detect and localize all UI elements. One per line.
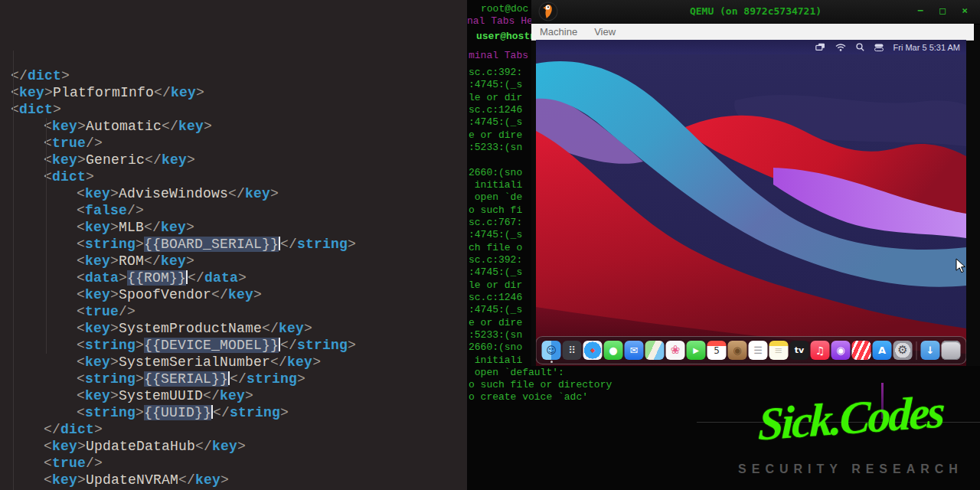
terminal-line: nal Tabs He xyxy=(467,15,533,27)
code-line: <true/> xyxy=(0,455,467,472)
terminal-line: o create voice `adc' xyxy=(469,391,588,403)
music-icon: ♫ xyxy=(815,345,825,356)
code-line: <key>PlatformInfo</key> xyxy=(0,84,467,101)
terminal-line: :4745:(_s xyxy=(469,116,522,128)
terminal-line: sc.c:392: xyxy=(469,67,522,78)
dock-icon-trash[interactable] xyxy=(942,341,961,360)
dock-icon-sysprefs[interactable]: ⚙ xyxy=(893,341,913,360)
terminal-line: o such file or directory xyxy=(469,379,612,390)
code-line: <key>Generic</key> xyxy=(0,152,467,168)
code-line: <key>Automatic</key> xyxy=(0,118,467,135)
terminal-line: initiali xyxy=(469,179,522,191)
code-line: <false/> xyxy=(0,202,467,219)
indent-guide xyxy=(13,51,14,490)
terminal-line: :5233:(sn xyxy=(469,142,522,153)
dock-icon-appstore[interactable]: A xyxy=(873,341,892,360)
terminal-line: sc.c:1246 xyxy=(469,104,522,116)
mail-icon: ✉ xyxy=(630,345,639,355)
qemu-window-title: QEMU (on 8972c5734721) xyxy=(531,5,980,17)
terminal-line: e or dire xyxy=(469,129,522,141)
dock-icon-appletv[interactable]: tv xyxy=(790,341,809,360)
terminal-line: root@doc xyxy=(481,3,528,15)
search-icon[interactable] xyxy=(856,43,864,51)
dock-icon-facetime[interactable]: ▶ xyxy=(687,341,706,360)
maximize-button[interactable]: □ xyxy=(939,5,946,16)
code-line: <data>{{ROM}}</data> xyxy=(0,270,467,286)
screenshot-stage: </dict><key>PlatformInfo</key><dict><key… xyxy=(0,0,980,490)
dock-icon-news[interactable] xyxy=(852,341,871,360)
indent-guide xyxy=(46,118,47,354)
dock-icon-contacts[interactable]: ◉ xyxy=(728,341,747,360)
code-line: <key>SpoofVendor</key> xyxy=(0,286,467,303)
launchpad-icon: ⠿ xyxy=(568,345,576,355)
notes-icon: ≡ xyxy=(775,345,783,355)
code-line: <dict> xyxy=(0,168,467,185)
qemu-titlebar[interactable]: QEMU (on 8972c5734721) −□× xyxy=(531,0,980,24)
menu-machine[interactable]: Machine xyxy=(531,26,586,38)
plist-editor[interactable]: </dict><key>PlatformInfo</key><dict><key… xyxy=(0,0,467,490)
terminal-line: user@hostn xyxy=(476,31,536,42)
sickcodes-subtitle: SECURITY RESEARCH xyxy=(726,462,975,476)
facetime-icon: ▶ xyxy=(693,347,699,354)
code-line: <string>{{BOARD_SERIAL}}</string> xyxy=(0,236,467,253)
terminal-line: open `default': xyxy=(469,367,564,378)
terminal-line: sc.c:767: xyxy=(469,217,522,228)
control-center-icon[interactable] xyxy=(874,44,884,51)
dock-icon-reminders[interactable]: ☰ xyxy=(749,341,768,360)
terminal-line: sc.c:392: xyxy=(469,254,522,266)
mirror-displays-icon[interactable] xyxy=(815,43,825,51)
mouse-cursor xyxy=(956,258,965,276)
dock-icon-messages[interactable]: ● xyxy=(604,341,623,360)
contacts-icon: ◉ xyxy=(733,345,741,355)
dock-icon-launchpad[interactable]: ⠿ xyxy=(563,341,582,360)
minimize-button[interactable]: − xyxy=(918,5,924,16)
dock-icon-finder[interactable]: ☺ xyxy=(542,341,561,360)
code-line: <key>SystemUUID</key> xyxy=(0,387,467,404)
dock-separator xyxy=(916,341,917,360)
code-line: <key>ROM</key> xyxy=(0,253,467,270)
calendar-icon: 5 xyxy=(714,346,720,355)
dock-icon-calendar[interactable]: 5 xyxy=(707,341,727,360)
photos-icon: ❀ xyxy=(671,345,681,356)
terminal-line: e or dire xyxy=(469,317,522,328)
podcasts-icon: ◉ xyxy=(836,345,844,355)
code-line: <dict> xyxy=(0,101,467,118)
sickcodes-logo: Sick.Codes xyxy=(724,383,978,453)
close-button[interactable]: × xyxy=(962,5,968,16)
code-line: <string>{{DEVICE_MODEL}}</string> xyxy=(0,337,467,354)
dock-icon-safari[interactable]: ◆ xyxy=(583,341,603,360)
appstore-icon: A xyxy=(878,345,886,355)
dock-icon-podcasts[interactable]: ◉ xyxy=(831,341,851,360)
menubar-clock[interactable]: Fri Mar 5 5:31 AM xyxy=(893,43,960,52)
code-line: </dict> xyxy=(0,421,467,438)
terminal-line: ch file o xyxy=(469,242,522,253)
sysprefs-icon: ⚙ xyxy=(897,345,907,356)
code-lines: </dict><key>PlatformInfo</key><dict><key… xyxy=(0,67,467,490)
terminal-line: :4745:(_s xyxy=(469,229,522,240)
dock-icon-photos[interactable]: ❀ xyxy=(666,341,685,360)
macos-screen: Fri Mar 5 5:31 AM ☺⠿◆●✉❀▶5◉☰≡tv♫◉A⚙↓ xyxy=(536,40,966,366)
terminal-line: 2660:(sno xyxy=(469,167,522,178)
dock-icon-music[interactable]: ♫ xyxy=(811,341,830,360)
downloads-icon: ↓ xyxy=(926,345,935,355)
code-line: <true/> xyxy=(0,303,467,320)
dock-icon-maps[interactable] xyxy=(645,341,665,360)
dock-icon-mail[interactable]: ✉ xyxy=(625,341,644,360)
dock-icon-downloads[interactable]: ↓ xyxy=(921,341,940,360)
bigsur-wallpaper xyxy=(536,54,966,366)
dock-icon-notes[interactable]: ≡ xyxy=(769,341,789,360)
code-line: <true/> xyxy=(0,135,467,152)
terminal-line: :4745:(_s xyxy=(469,266,522,278)
qemu-menubar: MachineView xyxy=(531,24,974,41)
terminal-line: le or dir xyxy=(469,92,522,103)
code-line: </dict> xyxy=(0,67,467,84)
host-terminal-area: root@docnal Tabs Heuser@hostnminal Tabss… xyxy=(467,0,980,490)
menu-view[interactable]: View xyxy=(586,26,624,38)
safari-icon: ◆ xyxy=(590,348,595,354)
terminal-line: initiali xyxy=(469,354,522,366)
code-line: <key>MLB</key> xyxy=(0,219,467,236)
running-indicator xyxy=(550,361,553,363)
terminal-line: minal Tabs xyxy=(469,50,528,61)
code-line: <key>SystemProductName</key> xyxy=(0,320,467,337)
wifi-icon[interactable] xyxy=(835,44,846,51)
